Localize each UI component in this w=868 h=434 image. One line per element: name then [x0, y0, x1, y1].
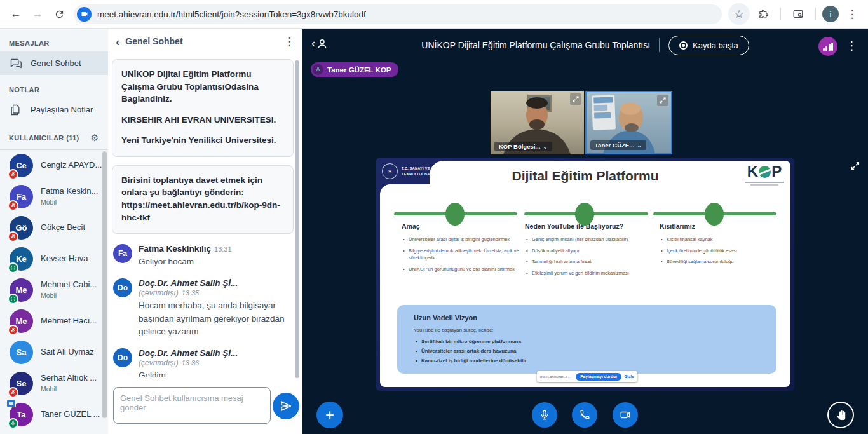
user-row[interactable]: Fa Fatma Keskin...Mobil — [0, 181, 108, 212]
chat-message-input[interactable] — [113, 387, 271, 424]
user-name-text: Fatma Keskin... — [41, 186, 98, 196]
browser-forward-button[interactable]: → — [27, 3, 48, 25]
camera-in-use-icon[interactable] — [77, 7, 92, 22]
chat-message: Fa Fatma Keskinkılıç13:31 Geliyor hocam — [113, 244, 292, 268]
talking-indicator[interactable]: Taner GÜZEL KOP — [311, 62, 398, 77]
bullet-item: Kamu-özel iş birliği modellerine dönüşeb… — [414, 358, 776, 363]
presentation-fullscreen-icon[interactable] — [850, 160, 861, 172]
chevron-down-icon: ⌄ — [637, 142, 642, 149]
kop-caption-line — [745, 182, 784, 183]
side-panel-icon[interactable] — [787, 3, 809, 25]
bookmark-star-icon[interactable]: ☆ — [728, 3, 750, 25]
vision-intro: YouTube ile başlayan süreç, ileride: — [414, 327, 776, 333]
chat-message: Do Doç.Dr. Ahmet Salih Şİ... (çevrimdışı… — [113, 278, 292, 338]
address-bar[interactable]: meet.ahievran.edu.tr/html5client/join?se… — [74, 4, 722, 24]
avatar-initials: Ta — [17, 410, 25, 419]
webcam-user-name: Taner GÜZE... — [595, 142, 634, 149]
avatar-initials: Gö — [15, 223, 27, 233]
message-text: Hocam merhaba, şu anda bilgisayar başınd… — [139, 299, 292, 338]
meeting-main-area: ‹ UNİKOP Dijital Eğitim Platformu Çalışm… — [302, 29, 868, 434]
section-heading: Amaç — [402, 222, 522, 230]
chat-menu-kebab-icon[interactable]: ⋮ — [284, 35, 295, 48]
record-button-label: Kayda başla — [693, 41, 738, 50]
bullet-item: Tanınırlığı hızlı artırma fırsatı — [525, 258, 649, 266]
users-scrollbar[interactable] — [102, 151, 107, 418]
chat-title: Genel Sohbet — [125, 36, 278, 46]
browser-profile-avatar[interactable]: i — [822, 6, 839, 22]
user-row[interactable]: Sa Sait Ali Uymaz — [0, 337, 108, 368]
browser-back-button[interactable]: ← — [5, 3, 27, 25]
share-webcam-button[interactable] — [613, 402, 638, 428]
chat-message-list: UNİKOP Dijital Eğitim Platformu Çalışma … — [112, 59, 294, 377]
offline-status: (çevrimdışı) — [139, 288, 179, 297]
meeting-options-kebab-icon[interactable]: ⋮ — [846, 38, 858, 53]
chat-scrollbar[interactable] — [295, 60, 299, 378]
chat-back-chevron-icon[interactable]: ‹ — [116, 36, 119, 48]
webcam-user-label[interactable]: KOP Bölgesi...⌄ — [494, 142, 552, 151]
chevron-down-icon: ⌄ — [543, 144, 548, 150]
users-settings-gear-icon[interactable]: ⚙ — [90, 132, 99, 144]
leave-audio-button[interactable] — [572, 402, 597, 428]
avatar: Ta — [10, 403, 33, 426]
hide-share-bar-button[interactable]: Gizle — [624, 374, 634, 379]
fullscreen-icon[interactable] — [570, 93, 581, 105]
user-row[interactable]: Ke Kevser Hava — [0, 243, 108, 275]
user-name: Mehmet Hacı... — [41, 316, 97, 327]
avatar: Gö — [10, 216, 33, 240]
timeline-dot — [705, 203, 724, 226]
url-text[interactable]: meet.ahievran.edu.tr/html5client/join?se… — [97, 10, 366, 19]
unmuted-mic-badge-icon — [8, 418, 18, 429]
avatar-initials: Me — [15, 316, 27, 326]
webcam-user-label[interactable]: Taner GÜZE...⌄ — [590, 140, 646, 150]
user-row[interactable]: Ta Taner GÜZEL ... — [0, 399, 108, 430]
sidebar-item-label: Genel Sohbet — [31, 58, 81, 68]
bullet-item: Üniversiteler arası dijital iş birliğini… — [402, 236, 522, 243]
sidebar-item-shared-notes[interactable]: Paylaşılan Notlar — [0, 98, 108, 121]
chat-message: Do Doç.Dr. Ahmet Salih Şİ... (çevrimdışı… — [113, 348, 292, 377]
raise-hand-button[interactable] — [827, 402, 854, 428]
message-text: Geliyor hocam — [139, 255, 232, 268]
user-row[interactable]: Me Mehmet Cabi...Mobil — [0, 275, 108, 306]
user-row[interactable]: Me Mehmet Hacı... — [0, 306, 108, 337]
actions-plus-button[interactable]: + — [316, 402, 343, 428]
webcam-video-tile[interactable]: KOP Bölgesi...⌄ — [491, 91, 584, 154]
extensions-icon[interactable] — [752, 3, 774, 25]
fullscreen-icon[interactable] — [657, 95, 668, 106]
stop-sharing-button[interactable]: Paylaşmayı durdur — [576, 373, 621, 381]
sidebar: MESAJLAR Genel Sohbet NOTLAR Paylaşılan … — [0, 29, 108, 434]
invite-message: Birisini toplantıya davet etmek için onl… — [112, 165, 294, 234]
hand-icon — [836, 410, 846, 421]
microphone-icon — [539, 409, 550, 421]
invite-link[interactable]: https://meet.ahievran.edu.tr/b/kop-9dn-h… — [121, 200, 280, 222]
record-icon — [679, 41, 688, 50]
browser-refresh-button[interactable] — [48, 3, 70, 25]
browser-menu-kebab-icon[interactable]: ⋮ — [841, 3, 863, 25]
start-recording-button[interactable]: Kayda başla — [668, 36, 749, 55]
kop-letter-p: P — [771, 164, 782, 179]
webcam-video-tile-active[interactable]: Taner GÜZE...⌄ — [585, 91, 672, 154]
kop-caption-line — [750, 184, 778, 186]
bullet-item: İçerik üretiminde gönüllülük esası — [660, 247, 771, 255]
mute-microphone-button[interactable] — [532, 402, 557, 428]
user-name: Kevser Hava — [41, 254, 88, 264]
slide-section-amac: Amaç Üniversiteler arası dijital iş birl… — [402, 222, 522, 277]
mic-icon — [313, 64, 323, 75]
offline-status: (çevrimdışı) — [139, 358, 179, 367]
sidebar-item-public-chat[interactable]: Genel Sohbet — [0, 51, 108, 75]
user-row[interactable]: Gö Gökçe Becit — [0, 212, 108, 243]
presentation-slide[interactable]: ✶ T.C. SANAYİ VETEKNOLOJİ BAKANLIĞI Diji… — [376, 158, 794, 391]
message-text: Geldim — [139, 369, 292, 377]
user-row[interactable]: Ce Cengiz APAYD... — [0, 150, 108, 181]
user-device-label: Mobil — [41, 292, 57, 299]
avatar-initials: Se — [17, 379, 27, 388]
user-device-label: Mobil — [41, 198, 57, 206]
avatar: Do — [113, 348, 132, 367]
muted-mic-badge-icon — [8, 325, 18, 336]
welcome-message: UNİKOP Dijital Eğitim Platformu Çalışma … — [112, 59, 294, 157]
bullet-item: UNIKOP'un görünürlüğünü ve etki alanını … — [402, 266, 522, 273]
user-row[interactable]: Se Serhat Altıok ...Mobil — [0, 368, 108, 399]
connection-status-icon[interactable] — [818, 37, 837, 56]
user-name-text: Mehmet Cabi... — [41, 280, 97, 289]
send-message-button[interactable] — [273, 393, 299, 419]
users-list: Ce Cengiz APAYD... Fa Fatma Keskin...Mob… — [0, 149, 108, 430]
